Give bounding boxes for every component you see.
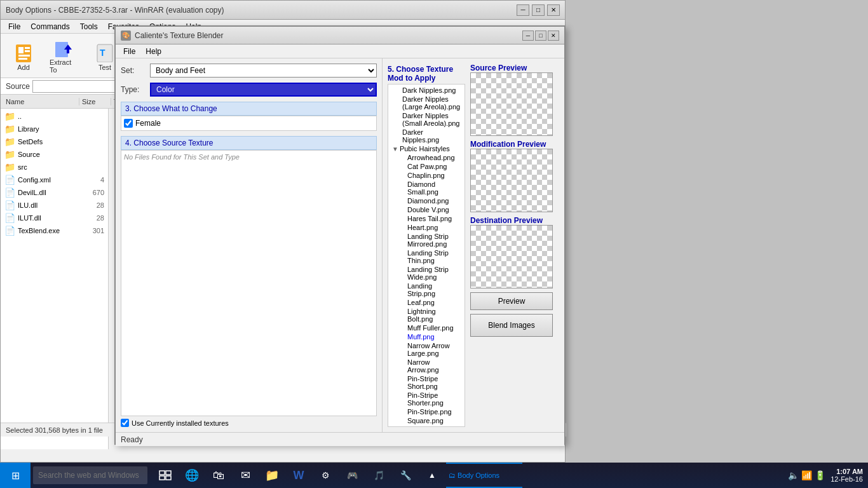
file-icon: 📄 [4,200,15,210]
dialog-menu-file[interactable]: File [118,46,140,57]
list-item[interactable]: Muff Fuller.png [390,323,463,332]
taskbar-icon-8[interactable]: 🎵 [366,463,391,488]
windows-icon: ⊞ [11,470,20,482]
list-item[interactable]: 📄 DevilL.dll 670 [2,186,107,199]
list-item[interactable]: Chaplin.png [390,171,463,180]
list-item[interactable]: 📁 Library [2,123,107,135]
taskbar-icon-6[interactable]: ⚙ [313,463,338,488]
winrar-extract-button[interactable]: Extract To [46,37,82,75]
modification-preview-canvas [470,149,553,212]
preview-button[interactable]: Preview [470,292,553,310]
dialog-close-button[interactable]: ✕ [548,30,559,41]
list-item[interactable]: Square.png [390,416,463,425]
texture-blender-dialog: 🎨 Caliente's Texture Blender ─ □ ✕ File … [114,25,566,445]
taskbar-winrar-button[interactable]: 🗂 Body Options [446,463,522,488]
folder-icon: 📁 [4,137,15,147]
list-item[interactable]: Pin-Stripe.png [390,407,463,416]
list-item[interactable]: Landing Strip Thin.png [390,248,463,265]
taskbar-search-input[interactable] [33,466,147,484]
file-icon: 📄 [4,187,15,198]
winrar-maximize-button[interactable]: □ [532,4,545,16]
female-checkbox[interactable] [124,119,133,128]
svg-rect-4 [18,55,30,57]
taskbar-start-button[interactable]: ⊞ [0,463,31,488]
list-item[interactable]: Muff.png [390,332,463,341]
blend-images-button[interactable]: Blend Images [470,314,553,337]
list-item[interactable]: Dark Nipples.png [390,86,463,95]
list-item[interactable]: 📁 Source [2,148,107,161]
female-checkbox-row: Female [124,119,374,128]
dialog-minimize-button[interactable]: ─ [522,30,534,41]
list-item[interactable]: 📁 .. [2,110,107,123]
use-installed-checkbox[interactable] [121,419,129,427]
list-item[interactable]: 📄 TexBlend.exe 301 [2,224,107,237]
list-item[interactable]: Cat Paw.png [390,162,463,171]
source-texture-header[interactable]: 4. Choose Source Texture [121,136,377,150]
taskbar-icon-edge[interactable]: 🌐 [179,463,205,488]
svg-text:T: T [100,48,105,58]
list-item[interactable]: Darker Nipples.png [390,128,463,144]
choose-what-label: 3. Choose What to Change [125,104,217,113]
winrar-menu-commands[interactable]: Commands [25,21,74,32]
winrar-add-button[interactable]: Add [6,37,41,75]
list-item[interactable]: 📄 Config.xml 4 [2,173,107,186]
list-item[interactable]: 📁 src [2,161,107,173]
set-label: Set: [121,66,146,75]
taskbar-icon-7[interactable]: 🎮 [339,463,365,488]
list-item[interactable]: Hares Tail.png [390,214,463,223]
list-item[interactable]: Double V.png [390,205,463,214]
list-item[interactable]: Landing Strip Mirrored.png [390,232,463,248]
female-label: Female [135,119,161,128]
list-item[interactable]: Leaf.png [390,298,463,307]
choose-what-header[interactable]: 3. Choose What to Change [121,102,377,116]
list-item[interactable]: Arrowhead.png [390,153,463,162]
list-item[interactable]: 📄 ILUT.dll 28 [2,212,107,224]
winrar-menu-file[interactable]: File [3,21,25,32]
winrar-files: 📁 .. 📁 Library 📁 SetDefs 📁 Source 📁 src … [1,109,109,449]
file-name: Library [18,125,104,133]
set-select[interactable]: Body and Feet Hands Head [150,64,377,78]
destination-preview-section: Destination Preview [470,216,559,288]
taskbar-icon-explorer[interactable]: 📁 [259,463,285,488]
list-item[interactable]: Darker Nipples (Large Areola).png [390,95,463,111]
file-name: SetDefs [18,138,104,146]
taskbar-icon-mail[interactable]: ✉ [233,463,258,488]
list-item[interactable]: Landing Strip Wide.png [390,265,463,281]
list-item[interactable]: Heart.png [390,223,463,232]
taskbar-system-icons: 🔈 📶 🔋 [788,470,825,480]
dialog-menu-help[interactable]: Help [140,46,166,57]
right-panels: 5. Choose Texture Mod to Apply Dark Nipp… [388,64,559,427]
list-item[interactable]: 📁 SetDefs [2,135,107,148]
col-size: Size [79,98,111,105]
list-item[interactable]: Narrow Arrow Large.png [390,341,463,358]
pubic-hairstyles-group[interactable]: ▼ Pubic Hairstyles [390,144,463,153]
taskbar-icon-store[interactable]: 🛍 [206,463,231,488]
no-files-text: No Files Found for This Set and Type [124,153,240,161]
list-item[interactable]: 📄 ILU.dll 28 [2,199,107,212]
list-item[interactable]: Landing Strip.png [390,281,463,298]
file-name: Config.xml [18,176,83,184]
modification-preview-section: Modification Preview [470,140,559,212]
type-select[interactable]: Color Normal Specular [150,83,377,97]
list-item[interactable]: Diamond.png [390,196,463,205]
dialog-maximize-button[interactable]: □ [535,30,546,41]
file-name: DevilL.dll [18,189,83,196]
taskbar-icon-task-view[interactable] [153,463,178,488]
winrar-menu-tools[interactable]: Tools [75,21,103,32]
winrar-add-icon [12,41,35,64]
winrar-minimize-button[interactable]: ─ [517,4,529,16]
list-item[interactable]: The Short Cut.png [390,425,463,427]
list-item[interactable]: Diamond Small.png [390,180,463,196]
texture-list-container[interactable]: Dark Nipples.png Darker Nipples (Large A… [388,84,465,427]
list-item[interactable]: Darker Nipples (Small Areola).png [390,111,463,128]
file-name: .. [18,112,104,120]
taskbar-overflow-button[interactable]: ▲ [419,463,445,488]
taskbar-icon-9[interactable]: 🔧 [393,463,418,488]
list-item[interactable]: Lightning Bolt.png [390,307,463,323]
winrar-close-button[interactable]: ✕ [547,4,560,16]
list-item[interactable]: Pin-Stripe Shorter.png [390,391,463,407]
list-item[interactable]: Pin-Stripe Short.png [390,374,463,391]
taskbar-icon-word[interactable]: W [286,463,311,488]
dialog-status-text: Ready [121,435,143,444]
list-item[interactable]: Narrow Arrow.png [390,358,463,374]
